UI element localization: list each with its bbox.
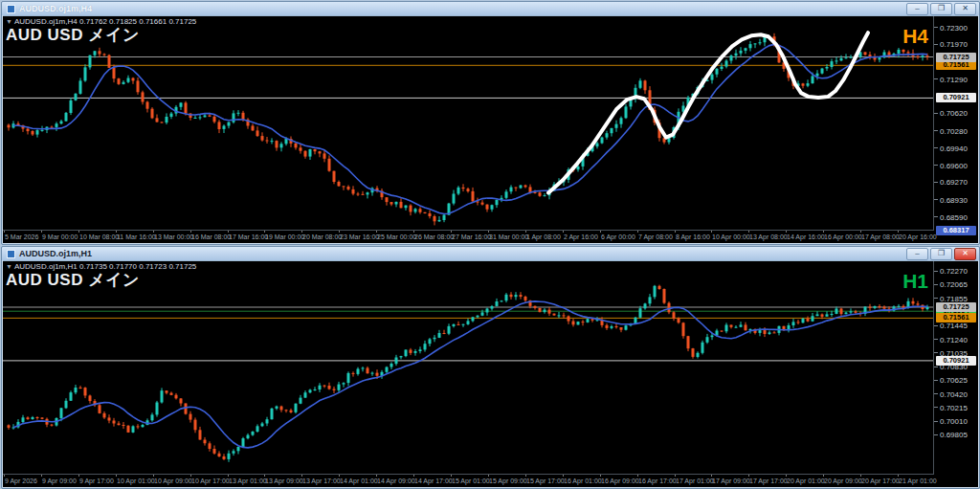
time-tick-mark bbox=[748, 475, 749, 477]
time-tick-label: 13 Apr 08:00 bbox=[749, 233, 788, 240]
time-tick-mark bbox=[228, 475, 229, 477]
candlestick-plot bbox=[3, 16, 934, 231]
time-tick-mark bbox=[190, 475, 191, 477]
time-tick-label: 10 Apr 01:00 bbox=[117, 478, 155, 484]
level-price-label: 0.70921 bbox=[936, 93, 976, 102]
candles-layer bbox=[8, 33, 929, 226]
time-tick-mark bbox=[116, 475, 117, 477]
price-tick-label: 0.68590 bbox=[940, 213, 968, 222]
time-tick-mark bbox=[898, 231, 899, 233]
price-tick-label: 0.70280 bbox=[940, 127, 968, 136]
time-tick-label: 14 Apr 01:00 bbox=[340, 478, 378, 484]
time-tick-label: 31 Mar 00:00 bbox=[489, 233, 528, 240]
price-tick-mark bbox=[934, 407, 938, 408]
time-tick-label: 2 Apr 16:00 bbox=[564, 233, 598, 240]
time-tick-label: 20 Apr 16:00 bbox=[899, 233, 937, 240]
price-tick-mark bbox=[934, 182, 938, 183]
time-tick-mark bbox=[600, 231, 601, 233]
price-scale[interactable]: 0.723000.719700.712900.706200.702800.699… bbox=[933, 16, 978, 243]
price-tick-mark bbox=[934, 284, 938, 285]
time-tick-mark bbox=[711, 231, 712, 233]
time-tick-label: 20 Mar 08:00 bbox=[302, 233, 342, 240]
price-tick-label: 0.70010 bbox=[940, 417, 968, 426]
price-tick-mark bbox=[934, 339, 938, 340]
minimize-button[interactable]: – bbox=[906, 248, 928, 260]
time-tick-label: 5 Mar 2026 bbox=[5, 233, 38, 240]
price-tick-label: 0.68930 bbox=[940, 196, 968, 205]
time-tick-label: 13 Apr 09:00 bbox=[265, 478, 303, 484]
time-tick-mark bbox=[823, 231, 824, 233]
chart-window-h4[interactable]: AUDUSD.oj1m,H4 – ❐ ✕ ▼AUDUSD.oj1m,H4 0.7… bbox=[1, 1, 980, 245]
moving-average-line[interactable] bbox=[13, 301, 927, 448]
chart-window-h1[interactable]: AUDUSD.oj1m,H1 – ❐ ✕ ▼AUDUSD.oj1m,H1 0.7… bbox=[1, 246, 980, 489]
price-scale[interactable]: 0.722700.720650.718550.714450.712400.710… bbox=[933, 261, 978, 487]
time-tick-label: 15 Apr 09:00 bbox=[489, 478, 527, 484]
metatrader-workspace: { "app": { "background": "#b3c8de" }, "c… bbox=[0, 0, 980, 489]
time-tick-label: 13 Apr 17:00 bbox=[302, 478, 341, 484]
price-tick-mark bbox=[934, 298, 938, 299]
time-tick-mark bbox=[264, 231, 265, 233]
time-tick-label: 10 Apr 09:00 bbox=[154, 478, 192, 484]
price-tick-label: 0.72270 bbox=[940, 267, 968, 276]
time-tick-mark bbox=[339, 231, 340, 233]
time-tick-mark bbox=[637, 475, 638, 477]
time-tick-mark bbox=[376, 475, 377, 477]
time-tick-label: 21 Apr 01:00 bbox=[899, 478, 937, 484]
price-tick-mark bbox=[934, 380, 938, 381]
close-button[interactable]: ✕ bbox=[954, 3, 976, 15]
time-tick-label: 9 Apr 17:00 bbox=[79, 478, 114, 484]
price-tick-mark bbox=[934, 216, 938, 217]
time-axis[interactable]: 9 Apr 20269 Apr 09:009 Apr 17:0010 Apr 0… bbox=[3, 474, 934, 487]
chart-canvas-h1[interactable]: ▼AUDUSD.oj1m,H1 0.71735 0.71770 0.71723 … bbox=[3, 261, 978, 487]
level-price-label: 0.71561 bbox=[936, 313, 976, 322]
window-titlebar-h1[interactable]: AUDUSD.oj1m,H1 – ❐ ✕ bbox=[2, 247, 979, 260]
time-tick-label: 27 Mar 16:00 bbox=[452, 233, 491, 240]
chart-canvas-h4[interactable]: ▼AUDUSD.oj1m,H4 0.71762 0.71825 0.71661 … bbox=[3, 16, 978, 243]
price-tick-label: 0.69270 bbox=[940, 178, 968, 187]
time-tick-mark bbox=[451, 475, 452, 477]
window-title: AUDUSD.oj1m,H4 bbox=[19, 4, 92, 13]
price-tick-label: 0.72300 bbox=[940, 24, 968, 33]
time-tick-label: 19 Mar 00:00 bbox=[265, 233, 304, 240]
time-tick-label: 16 Apr 01:00 bbox=[564, 478, 602, 484]
time-tick-label: 16 Apr 09:00 bbox=[601, 478, 639, 484]
minimize-button[interactable]: – bbox=[906, 3, 928, 15]
restore-button[interactable]: ❐ bbox=[930, 3, 952, 15]
restore-button[interactable]: ❐ bbox=[930, 248, 952, 260]
price-tick-label: 0.71290 bbox=[940, 76, 968, 84]
time-tick-mark bbox=[228, 231, 229, 233]
time-tick-label: 17 Apr 17:00 bbox=[749, 478, 788, 484]
time-tick-label: 6 Apr 00:00 bbox=[601, 233, 635, 240]
time-tick-mark bbox=[4, 231, 5, 233]
time-axis[interactable]: 5 Mar 20269 Mar 00:0010 Mar 08:0011 Mar … bbox=[3, 230, 934, 243]
chart-watermark-label: AUD USD メイン bbox=[6, 269, 140, 291]
price-tick-label: 0.70620 bbox=[940, 109, 968, 118]
price-tick-mark bbox=[934, 199, 938, 200]
time-tick-label: 14 Apr 17:00 bbox=[414, 478, 453, 484]
time-tick-mark bbox=[4, 475, 5, 477]
chart-window-icon bbox=[7, 5, 15, 13]
time-tick-label: 20 Apr 09:00 bbox=[824, 478, 862, 484]
time-tick-label: 16 Mar 08:00 bbox=[191, 233, 231, 240]
chart-watermark-label: AUD USD メイン bbox=[6, 24, 140, 46]
price-tick-mark bbox=[934, 165, 938, 166]
price-tick-label: 0.72065 bbox=[940, 280, 968, 289]
time-tick-label: 10 Apr 17:00 bbox=[191, 478, 230, 484]
time-tick-mark bbox=[675, 475, 676, 477]
candlestick-plot bbox=[3, 261, 934, 475]
time-tick-label: 13 Mar 00:00 bbox=[154, 233, 193, 240]
time-tick-mark bbox=[116, 231, 117, 233]
close-button[interactable]: ✕ bbox=[954, 248, 976, 260]
level-price-label: 0.71561 bbox=[936, 60, 976, 70]
time-tick-label: 20 Apr 17:00 bbox=[861, 478, 900, 484]
time-tick-label: 8 Apr 16:00 bbox=[676, 233, 710, 240]
time-tick-mark bbox=[153, 475, 154, 477]
time-tick-mark bbox=[301, 231, 302, 233]
time-tick-mark bbox=[488, 475, 489, 477]
window-titlebar-h4[interactable]: AUDUSD.oj1m,H4 – ❐ ✕ bbox=[2, 2, 979, 15]
time-tick-mark bbox=[563, 231, 564, 233]
time-tick-mark bbox=[451, 231, 452, 233]
price-tick-mark bbox=[934, 113, 938, 114]
chart-window-icon bbox=[7, 250, 15, 258]
time-tick-mark bbox=[748, 231, 749, 233]
